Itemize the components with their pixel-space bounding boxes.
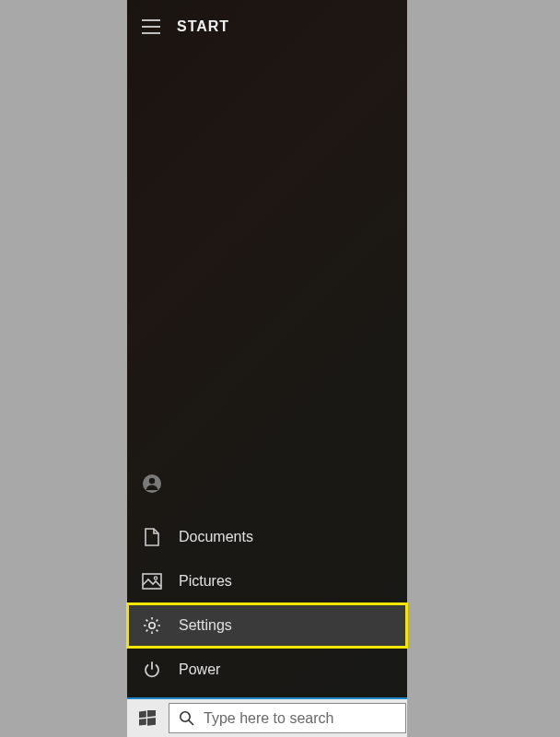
start-spacer — [127, 53, 407, 462]
svg-point-3 — [154, 577, 157, 579]
settings-button[interactable]: Settings — [127, 603, 407, 648]
taskbar — [127, 697, 407, 737]
pictures-button[interactable]: Pictures — [127, 559, 407, 603]
svg-point-1 — [149, 478, 155, 484]
svg-rect-8 — [147, 717, 156, 725]
start-menu-list: Documents Pictures Se — [127, 462, 407, 697]
pictures-label: Pictures — [179, 573, 232, 590]
document-icon — [142, 527, 162, 547]
gear-icon — [142, 615, 162, 636]
power-icon — [142, 660, 162, 680]
taskbar-search-box[interactable] — [169, 703, 406, 733]
start-title: START — [177, 18, 229, 35]
user-icon — [142, 474, 162, 494]
windows-logo-icon — [139, 710, 156, 727]
svg-rect-5 — [139, 710, 146, 718]
power-button[interactable]: Power — [127, 648, 407, 692]
svg-rect-7 — [139, 718, 146, 725]
svg-line-10 — [189, 720, 193, 725]
svg-point-4 — [149, 623, 155, 628]
settings-label: Settings — [179, 617, 232, 634]
search-input[interactable] — [204, 704, 396, 732]
hamburger-icon[interactable] — [142, 19, 160, 34]
windows-start-button[interactable] — [127, 699, 168, 737]
documents-label: Documents — [179, 529, 253, 545]
svg-rect-6 — [147, 710, 156, 717]
documents-button[interactable]: Documents — [127, 515, 407, 559]
start-menu-panel: START Documents — [127, 0, 407, 697]
user-account-button[interactable] — [127, 462, 407, 506]
power-label: Power — [179, 661, 220, 678]
start-header: START — [127, 0, 407, 53]
search-icon — [179, 710, 194, 726]
pictures-icon — [142, 571, 162, 591]
